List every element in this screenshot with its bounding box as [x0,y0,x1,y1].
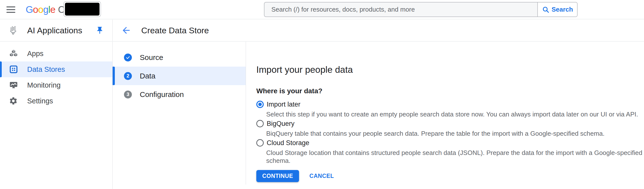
option-label[interactable]: Import later [267,101,300,108]
step-source[interactable]: Source [112,48,246,67]
option-label[interactable]: Cloud Storage [267,139,310,147]
sub-header: AI Applications Create Data Store [0,19,644,41]
sidebar-item-label: Data Stores [27,65,65,73]
sidebar-item-label: Monitoring [27,81,60,89]
option-cloud-storage: Cloud Storage Cloud Storage location tha… [256,137,644,165]
step-1-circle [124,53,132,61]
main-content: Import your people data Where is your da… [246,42,644,189]
content-heading: Import your people data [256,64,644,75]
logo-letter: g [43,4,48,15]
option-bigquery-row[interactable]: BigQuery [256,118,644,129]
redaction-box [65,3,100,15]
step-label: Data [140,72,155,80]
search-icon [542,6,550,13]
menu-icon[interactable] [6,6,15,13]
sidebar-item-label: Apps [27,50,44,58]
logo-letter: e [50,4,55,15]
global-search: Search [264,2,578,17]
sidebar-item-monitoring[interactable]: Monitoring [0,77,112,93]
back-arrow-icon[interactable] [121,25,131,35]
sidebar-item-data-stores[interactable]: Data Stores [0,61,112,77]
action-buttons: CONTINUE CANCEL [256,170,644,182]
ai-applications-icon [8,25,18,35]
project-selector-redacted[interactable] [64,1,101,17]
search-input[interactable] [264,2,537,16]
option-description: Cloud Storage location that contains str… [266,149,644,165]
step-3-circle: 3 [124,91,132,98]
search-button-label: Search [552,6,573,13]
option-cloud-storage-row[interactable]: Cloud Storage [256,137,644,148]
check-icon [126,55,130,60]
logo-letter: l [48,4,50,15]
logo-letter: o [33,4,38,15]
radio-import-later[interactable] [256,101,264,108]
option-import-later-row[interactable]: Import later [256,99,644,110]
page-header: Create Data Store [112,19,644,41]
monitoring-icon [9,80,18,90]
radio-bigquery[interactable] [256,120,264,127]
option-description: BiqQuery table that contains your people… [266,130,644,137]
logo-letter: o [38,4,43,15]
page-title: Create Data Store [141,26,209,35]
option-bigquery: BigQuery BiqQuery table that contains yo… [256,118,644,137]
logo-letter: G [26,4,33,15]
option-label[interactable]: BigQuery [267,120,294,128]
option-import-later: Import later Select this step if you wan… [256,99,644,118]
sidebar-nav: Apps Data Stores Monitoring [0,42,112,189]
wizard-stepper: Source 2 Data 3 Configuration [112,42,246,189]
search-button[interactable]: Search [537,2,577,16]
step-label: Source [140,53,163,62]
option-description: Select this step if you want to create a… [266,110,644,118]
step-2-circle: 2 [124,72,132,80]
gear-icon [9,96,18,105]
sidebar-item-label: Settings [27,97,53,105]
step-data[interactable]: 2 Data [112,67,246,85]
cancel-button[interactable]: CANCEL [310,173,334,179]
continue-button[interactable]: CONTINUE [256,170,299,182]
product-title: AI Applications [27,26,82,35]
apps-icon [9,49,18,58]
question-label: Where is your data? [256,87,644,95]
pin-icon[interactable] [96,26,104,34]
step-configuration[interactable]: 3 Configuration [112,85,246,104]
data-stores-icon [9,65,18,74]
product-header: AI Applications [0,19,112,41]
radio-cloud-storage[interactable] [256,139,264,147]
data-source-options: Import later Select this step if you wan… [256,99,644,165]
step-label: Configuration [140,90,184,99]
sidebar-item-settings[interactable]: Settings [0,93,112,109]
sidebar-item-apps[interactable]: Apps [0,46,112,61]
top-bar: Google Cloud Search [0,0,644,19]
